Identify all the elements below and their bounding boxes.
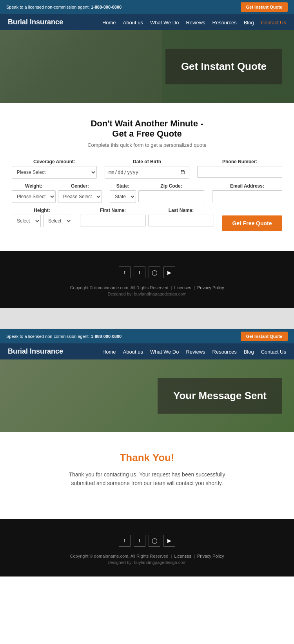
footer-licenses-link[interactable]: Licenses [174, 285, 191, 290]
phone-label: Phone Number: [197, 159, 282, 164]
footer-2: f t ◯ ▶ Copyright © domainname.com. All … [0, 519, 294, 576]
footer-designed: Designed by: buylandingpagedesign.com [8, 292, 286, 296]
gender-select[interactable]: Please Select Male Female [58, 190, 102, 203]
lastname-label: Last Name: [148, 208, 214, 213]
weight-label: Weight: [12, 183, 56, 189]
topbar-cta-button[interactable]: Get Instant Quote [241, 2, 288, 12]
form-heading: Don't Wait Another Minute - Get a Free Q… [12, 119, 282, 139]
nav2-contact[interactable]: Contact Us [261, 349, 286, 355]
email-input[interactable] [212, 190, 282, 202]
footer-1: f t ◯ ▶ Copyright © domainname.com. All … [0, 251, 294, 308]
facebook-icon-2[interactable]: f [119, 535, 131, 547]
topbar2-speak-text: Speak to a licensed non-commission agent… [6, 334, 122, 339]
submit-group: Submit Get Free Quote [222, 208, 282, 231]
topbar-phone[interactable]: 1-888-000-0800 [91, 5, 122, 9]
weight-group: Weight: Please Select 100-130 lbs 131-16… [12, 183, 56, 203]
lastname-group: Last Name: [148, 208, 214, 231]
thankyou-heading: Thank You! [12, 452, 282, 464]
height-label: Height: [12, 208, 72, 213]
hero-title: Get Instant Quote [181, 60, 267, 72]
state-zip-group: State: State ALAKAZCA Zip Code: [110, 183, 204, 203]
nav2-reviews[interactable]: Reviews [186, 349, 205, 355]
zip-input[interactable] [138, 190, 204, 202]
topbar2-phone[interactable]: 1-888-000-0800 [91, 334, 122, 339]
thankyou-section: Thank You! Thank you for contacting us. … [0, 432, 294, 519]
nav2-logo: Burial Insurance [8, 347, 63, 356]
phone-group: Phone Number: [197, 159, 282, 179]
nav2-blog[interactable]: Blog [244, 349, 254, 355]
height-ft-select[interactable]: Select 4 ft5 ft6 ft [12, 215, 41, 227]
nav-blog[interactable]: Blog [244, 20, 254, 26]
nav-home[interactable]: Home [102, 20, 116, 26]
instagram-icon-2[interactable]: ◯ [149, 535, 160, 547]
coverage-group: Coverage Amount: Please Select $5,000 $1… [12, 159, 97, 179]
nav-links: Home About us What We Do Reviews Resourc… [102, 19, 286, 26]
submit-button[interactable]: Get Free Quote [222, 215, 282, 231]
nav-about[interactable]: About us [123, 20, 143, 26]
hero-title-box: Get Instant Quote [165, 49, 282, 84]
topbar-speak-text: Speak to a licensed non-commission agent… [6, 5, 122, 9]
weight-gender-group: Weight: Please Select 100-130 lbs 131-16… [12, 183, 102, 203]
section-divider [0, 308, 294, 328]
navbar: Burial Insurance Home About us What We D… [0, 14, 294, 30]
phone-input[interactable] [197, 166, 282, 178]
gender-group: Gender: Please Select Male Female [58, 183, 102, 203]
state-select[interactable]: State ALAKAZCA [110, 190, 136, 203]
page-2: Speak to a licensed non-commission agent… [0, 328, 294, 576]
youtube-icon[interactable]: ▶ [163, 266, 175, 278]
instagram-icon[interactable]: ◯ [149, 266, 160, 278]
footer2-privacy-link[interactable]: Privacy Policy [197, 554, 224, 558]
lastname-input[interactable] [148, 215, 214, 226]
twitter-icon[interactable]: t [134, 266, 145, 278]
coverage-label: Coverage Amount: [12, 159, 97, 164]
form-row-2: Weight: Please Select 100-130 lbs 131-16… [12, 183, 282, 203]
footer-privacy-link[interactable]: Privacy Policy [197, 285, 224, 290]
youtube-icon-2[interactable]: ▶ [163, 535, 175, 547]
name-group: First Name: Last Name: [80, 208, 214, 231]
twitter-icon-2[interactable]: t [134, 535, 145, 547]
dob-input[interactable] [105, 166, 190, 179]
zip-group: Zip Code: [138, 183, 204, 203]
footer-social-icons: f t ◯ ▶ [8, 266, 286, 278]
top-bar: Speak to a licensed non-commission agent… [0, 0, 294, 14]
nav2-about[interactable]: About us [123, 349, 143, 355]
footer2-social-icons: f t ◯ ▶ [8, 535, 286, 547]
nav-resources[interactable]: Resources [212, 20, 237, 26]
firstname-group: First Name: [80, 208, 146, 231]
firstname-input[interactable] [80, 215, 146, 226]
state-group: State: State ALAKAZCA [110, 183, 136, 203]
hero2-section: Your Message Sent [0, 359, 294, 432]
weight-select[interactable]: Please Select 100-130 lbs 131-160 lbs [12, 190, 56, 203]
hero-section: Get Instant Quote [0, 30, 294, 103]
nav-contact[interactable]: Contact Us [261, 20, 286, 26]
dob-label: Date of Birth [105, 159, 190, 164]
form-subtext: Complete this quick form to get a person… [12, 142, 282, 148]
nav-reviews[interactable]: Reviews [186, 20, 205, 26]
height-in-select[interactable]: Select 0 in1 in2 in [43, 215, 72, 227]
gender-label: Gender: [58, 183, 102, 189]
height-group: Height: Select 4 ft5 ft6 ft Select 0 in1… [12, 208, 72, 231]
topbar2-cta-button[interactable]: Get Instant Quote [241, 332, 288, 341]
state-label: State: [110, 183, 136, 189]
nav-logo: Burial Insurance [8, 18, 63, 26]
nav2-home[interactable]: Home [102, 349, 116, 355]
email-group: Email Address: [212, 183, 282, 203]
form-row-3: Height: Select 4 ft5 ft6 ft Select 0 in1… [12, 208, 282, 231]
nav2-resources[interactable]: Resources [212, 349, 237, 355]
nav2-links: Home About us What We Do Reviews Resourc… [102, 348, 286, 355]
dob-group: Date of Birth [105, 159, 190, 179]
footer-copyright: Copyright © domainname.com. All Rights R… [8, 285, 286, 290]
height-inputs: Select 4 ft5 ft6 ft Select 0 in1 in2 in [12, 215, 72, 227]
form-section: Don't Wait Another Minute - Get a Free Q… [0, 103, 294, 251]
hero2-title-box: Your Message Sent [158, 378, 282, 414]
email-label: Email Address: [212, 183, 282, 189]
facebook-icon[interactable]: f [119, 266, 131, 278]
zip-label: Zip Code: [138, 183, 204, 189]
thankyou-body: Thank you for contacting us. Your reques… [65, 470, 229, 488]
coverage-select[interactable]: Please Select $5,000 $10,000 $15,000 $20… [12, 166, 97, 179]
firstname-label: First Name: [80, 208, 146, 213]
hero2-title: Your Message Sent [173, 390, 267, 401]
footer2-licenses-link[interactable]: Licenses [174, 554, 191, 558]
nav-what-we-do[interactable]: What We Do [150, 20, 179, 26]
nav2-what-we-do[interactable]: What We Do [150, 349, 179, 355]
